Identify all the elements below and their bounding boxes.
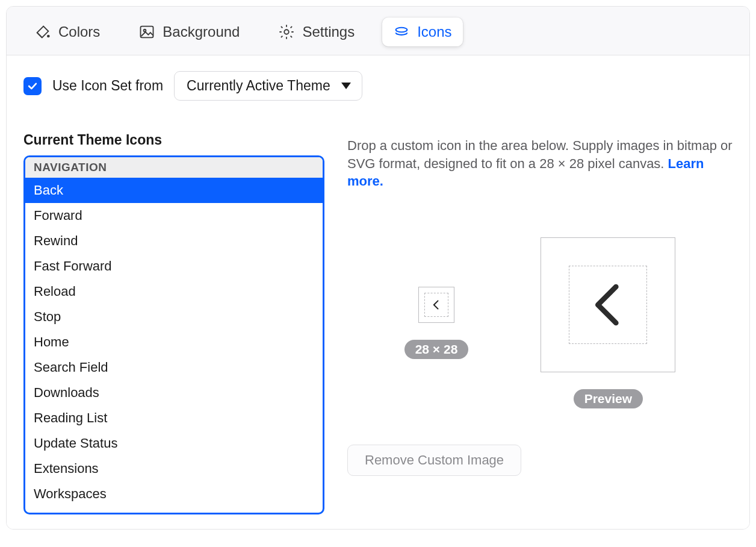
icon-list-column: Current Theme Icons NAVIGATION Back Forw… (23, 132, 324, 514)
svg-point-3 (285, 30, 289, 34)
drop-column: 28 × 28 (404, 287, 469, 359)
icon-set-row: Use Icon Set from Currently Active Theme (23, 71, 733, 101)
tab-colors[interactable]: Colors (23, 17, 111, 46)
use-icon-set-label: Use Icon Set from (52, 78, 163, 94)
chevron-left-icon (430, 299, 442, 311)
list-item[interactable]: Update Status (25, 431, 323, 456)
remove-custom-image-button[interactable]: Remove Custom Image (347, 445, 521, 476)
tab-icons[interactable]: Icons (382, 17, 462, 46)
svg-point-4 (396, 28, 407, 32)
gear-icon (278, 23, 295, 40)
list-item[interactable]: Back (25, 178, 323, 203)
large-preview-column: Preview (541, 237, 675, 408)
content: Use Icon Set from Currently Active Theme… (7, 55, 749, 529)
image-icon (138, 23, 155, 40)
tab-settings[interactable]: Settings (267, 17, 365, 46)
svg-point-0 (47, 35, 50, 38)
list-item[interactable]: Stop (25, 304, 323, 330)
icon-set-select[interactable]: Currently Active Theme (174, 71, 362, 101)
theme-icons-panel: Colors Background Settings (6, 6, 750, 530)
check-icon (26, 80, 39, 92)
preview-dashed-box (569, 266, 647, 344)
tab-label: Icons (417, 23, 451, 40)
tab-label: Background (163, 23, 240, 40)
tabbar: Colors Background Settings (7, 7, 749, 55)
preview-row: 28 × 28 Preview (347, 237, 733, 408)
tab-background[interactable]: Background (128, 17, 250, 46)
list-item[interactable]: Reading List (25, 405, 323, 431)
list-item[interactable]: Forward (25, 203, 323, 228)
list-item[interactable]: Search Field (25, 355, 323, 380)
list-item[interactable]: Downloads (25, 380, 323, 405)
list-item[interactable]: Home (25, 330, 323, 355)
paint-bucket-icon (34, 23, 51, 40)
chevron-left-icon (584, 275, 632, 335)
select-value: Currently Active Theme (187, 78, 330, 94)
chevron-down-icon (341, 83, 351, 89)
list-group-header: NAVIGATION (25, 157, 323, 178)
preview-column: Drop a custom icon in the area below. Su… (347, 132, 733, 476)
list-item[interactable]: Extensions (25, 456, 323, 481)
drop-dashed-box (424, 293, 448, 317)
list-item[interactable]: Reload (25, 279, 323, 304)
list-item[interactable]: Workspaces (25, 481, 323, 507)
svg-rect-1 (141, 27, 153, 38)
columns: Current Theme Icons NAVIGATION Back Forw… (23, 132, 733, 514)
tab-label: Colors (58, 23, 100, 40)
help-text: Drop a custom icon in the area below. Su… (347, 137, 733, 190)
icon-list-scroll[interactable]: NAVIGATION Back Forward Rewind Fast Forw… (25, 157, 323, 513)
use-icon-set-checkbox[interactable] (23, 77, 42, 95)
list-item[interactable]: Fast Forward (25, 254, 323, 279)
icon-preview-box (541, 237, 675, 372)
icon-drop-target[interactable] (418, 287, 454, 323)
list-item[interactable]: Rewind (25, 228, 323, 254)
icon-listbox[interactable]: NAVIGATION Back Forward Rewind Fast Forw… (23, 155, 324, 514)
tab-label: Settings (302, 23, 355, 40)
size-badge: 28 × 28 (404, 340, 469, 359)
preview-badge: Preview (574, 389, 643, 408)
list-title: Current Theme Icons (23, 132, 324, 148)
layers-icon (393, 23, 410, 40)
